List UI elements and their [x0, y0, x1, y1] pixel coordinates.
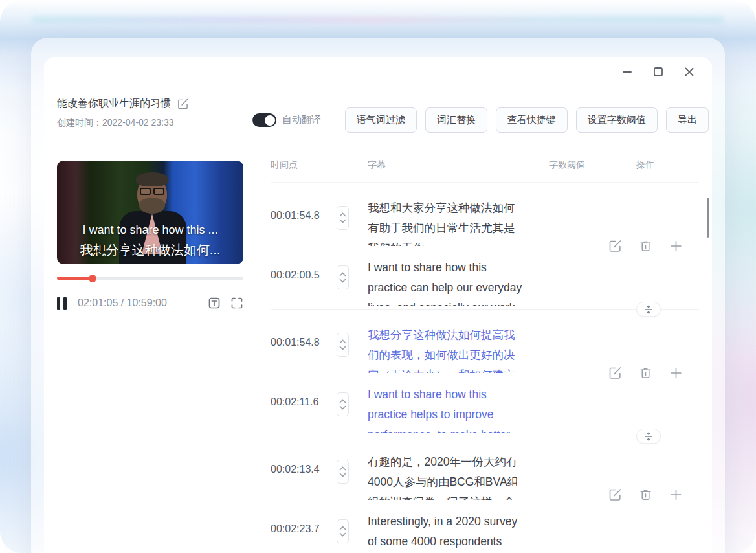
subtitle-group: 00:02:13.4 有趣的是，2020年一份大约有 4000人参与的由BCG和… — [271, 436, 699, 553]
time-stepper[interactable] — [337, 333, 349, 357]
auto-translate-toggle[interactable] — [252, 113, 276, 127]
progress-handle[interactable] — [89, 275, 96, 282]
subtitle-text[interactable]: I want to share how this practice helps … — [368, 385, 541, 433]
subtitle-group-active: 00:01:54.8 我想分享这种做法如何提高我 们的表现，如何做出更好的决 定… — [271, 310, 699, 436]
close-button[interactable] — [682, 65, 696, 79]
time-stepper[interactable] — [337, 519, 349, 543]
view-shortcuts-button[interactable]: 查看快捷键 — [496, 107, 568, 133]
subtitle-group: 00:01:54.8 我想和大家分享这种做法如何 有助于我们的日常生活尤其是 我… — [271, 183, 699, 310]
minimize-button[interactable] — [620, 65, 634, 79]
chevron-down-icon — [339, 473, 346, 477]
timestamp: 00:01:54.8 — [271, 198, 320, 246]
progress-bar[interactable] — [57, 276, 243, 280]
pause-button[interactable] — [57, 297, 67, 310]
vocab-replace-button[interactable]: 词汇替换 — [425, 107, 487, 133]
subtitle-table: 时间点 字幕 字数阈值 操作 00:01:54.8 我想和大家分享这种做法如何 … — [271, 159, 699, 553]
merge-rows-button[interactable] — [636, 429, 661, 444]
subtitle-text[interactable]: 我想分享这种做法如何提高我 们的表现，如何做出更好的决 定（无论大小），和如何建… — [368, 325, 541, 373]
fullscreen-icon — [230, 297, 243, 310]
trash-icon — [639, 488, 652, 502]
delete-subtitle-button[interactable] — [639, 366, 652, 379]
trash-icon — [639, 239, 652, 253]
progress-fill — [57, 276, 93, 280]
chevron-up-icon — [339, 466, 346, 471]
subtitle-text[interactable]: I want to share how this practice can he… — [368, 258, 541, 306]
col-char-threshold: 字数阈值 — [549, 159, 585, 171]
delete-subtitle-button[interactable] — [639, 239, 652, 253]
chevron-down-icon — [339, 532, 346, 537]
chevron-up-icon — [339, 399, 346, 403]
project-header: 能改善你职业生涯的习惯 创建时间：2022-04-02 23:33 — [57, 97, 188, 129]
subtitle-row: 00:02:13.4 有趣的是，2020年一份大约有 4000人参与的由BCG和… — [271, 452, 541, 500]
subtitle-row: 00:02:11.6 I want to share how this prac… — [271, 385, 541, 433]
maximize-icon — [652, 65, 665, 78]
playback-time: 02:01:05 / 10:59:00 — [78, 297, 167, 309]
app-window: 能改善你职业生涯的习惯 创建时间：2022-04-02 23:33 自动翻译 语… — [44, 57, 712, 553]
subtitle-toggle-button[interactable] — [208, 297, 221, 310]
merge-icon — [644, 305, 653, 314]
chevron-up-icon — [339, 272, 346, 276]
chevron-down-icon — [339, 219, 346, 223]
time-stepper[interactable] — [337, 265, 349, 289]
player-panel: I want to share how this ... 我想分享这种做法如何.… — [57, 161, 243, 310]
table-header: 时间点 字幕 字数阈值 操作 — [271, 159, 699, 182]
timestamp: 00:02:23.7 — [271, 512, 320, 553]
export-button[interactable]: 导出 — [666, 107, 709, 133]
video-player[interactable]: I want to share how this ... 我想分享这种做法如何.… — [57, 161, 243, 264]
subtitle-row: 00:01:54.8 我想和大家分享这种做法如何 有助于我们的日常生活尤其是 我… — [271, 198, 541, 246]
minimize-icon — [621, 65, 634, 78]
time-stepper[interactable] — [337, 460, 349, 484]
timestamp: 00:01:54.8 — [271, 325, 320, 373]
plus-icon — [669, 488, 683, 502]
window-controls — [620, 65, 696, 79]
add-subtitle-button[interactable] — [669, 366, 683, 379]
col-actions: 操作 — [636, 159, 654, 171]
row-actions — [608, 239, 683, 253]
time-stepper[interactable] — [337, 392, 349, 416]
edit-icon — [608, 239, 622, 253]
row-actions — [608, 366, 683, 379]
edit-subtitle-button[interactable] — [608, 366, 622, 379]
filler-word-filter-button[interactable]: 语气词过滤 — [345, 107, 417, 133]
fullscreen-button[interactable] — [230, 297, 243, 310]
subtitle-row: 00:01:54.8 我想分享这种做法如何提高我 们的表现，如何做出更好的决 定… — [271, 325, 541, 373]
edit-subtitle-button[interactable] — [608, 488, 622, 502]
pause-icon — [57, 297, 60, 310]
edit-title-button[interactable] — [177, 98, 188, 109]
toolbar: 自动翻译 语气词过滤 词汇替换 查看快捷键 设置字数阈值 导出 — [252, 107, 709, 133]
edit-icon — [608, 366, 622, 379]
video-subtitle-en: I want to share how this ... — [57, 223, 243, 237]
add-subtitle-button[interactable] — [669, 488, 683, 502]
chevron-up-icon — [339, 212, 346, 217]
chevron-down-icon — [339, 405, 346, 410]
project-title: 能改善你职业生涯的习惯 — [57, 97, 171, 111]
add-subtitle-button[interactable] — [669, 239, 683, 253]
chevron-up-icon — [339, 526, 346, 530]
time-stepper[interactable] — [337, 206, 349, 230]
trash-icon — [639, 366, 652, 379]
maximize-button[interactable] — [651, 65, 665, 79]
timestamp: 00:02:00.5 — [271, 258, 320, 306]
set-char-threshold-button[interactable]: 设置字数阈值 — [576, 107, 658, 133]
auto-translate-label: 自动翻译 — [282, 114, 321, 126]
chevron-down-icon — [339, 346, 346, 350]
timestamp: 00:02:13.4 — [271, 452, 320, 500]
plus-icon — [669, 239, 683, 253]
subtitle-text[interactable]: Interestingly, in a 2020 survey of some … — [368, 512, 541, 553]
row-actions — [608, 488, 683, 502]
col-subtitle: 字幕 — [368, 159, 386, 171]
subtitle-text[interactable]: 我想和大家分享这种做法如何 有助于我们的日常生活尤其是 我们的工作 — [368, 198, 541, 246]
col-timestamp: 时间点 — [271, 159, 298, 171]
chevron-up-icon — [339, 339, 346, 344]
edit-icon — [177, 98, 188, 109]
subtitle-row: 00:02:23.7 Interestingly, in a 2020 surv… — [271, 512, 541, 553]
subtitle-text[interactable]: 有趣的是，2020年一份大约有 4000人参与的由BCG和BVA组 织的调查问卷… — [368, 452, 541, 500]
merge-rows-button[interactable] — [636, 302, 661, 317]
merge-icon — [644, 432, 653, 441]
video-subtitles: I want to share how this ... 我想分享这种做法如何.… — [57, 223, 243, 259]
edit-subtitle-button[interactable] — [608, 239, 622, 253]
screen: 能改善你职业生涯的习惯 创建时间：2022-04-02 23:33 自动翻译 语… — [0, 0, 756, 553]
chevron-down-icon — [339, 278, 346, 283]
delete-subtitle-button[interactable] — [639, 488, 652, 502]
scrollbar-thumb[interactable] — [707, 198, 709, 238]
